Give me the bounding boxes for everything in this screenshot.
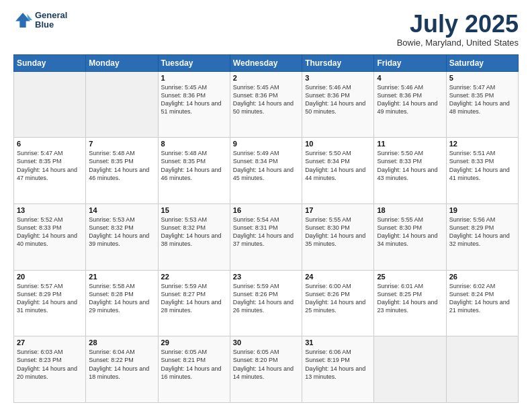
- day-info: Sunrise: 5:51 AMSunset: 8:33 PMDaylight:…: [449, 149, 515, 182]
- calendar-week-row: 1Sunrise: 5:45 AMSunset: 8:36 PMDaylight…: [14, 71, 519, 138]
- day-info: Sunrise: 5:59 AMSunset: 8:27 PMDaylight:…: [161, 282, 227, 315]
- calendar-week-row: 13Sunrise: 5:52 AMSunset: 8:33 PMDayligh…: [14, 203, 519, 270]
- day-number: 24: [305, 273, 371, 281]
- day-number: 9: [233, 140, 299, 148]
- day-info: Sunrise: 5:57 AMSunset: 8:29 PMDaylight:…: [17, 282, 83, 315]
- page: General Blue July 2025 Bowie, Maryland, …: [0, 0, 532, 411]
- day-number: 31: [305, 338, 371, 347]
- calendar-cell: 31Sunrise: 6:06 AMSunset: 8:19 PMDayligh…: [302, 336, 374, 403]
- calendar-cell: 11Sunrise: 5:50 AMSunset: 8:33 PMDayligh…: [374, 138, 446, 204]
- calendar-cell: 9Sunrise: 5:49 AMSunset: 8:34 PMDaylight…: [230, 138, 302, 204]
- calendar-cell: 22Sunrise: 5:59 AMSunset: 8:27 PMDayligh…: [158, 270, 230, 336]
- calendar-cell: 12Sunrise: 5:51 AMSunset: 8:33 PMDayligh…: [446, 138, 518, 204]
- calendar-cell: 20Sunrise: 5:57 AMSunset: 8:29 PMDayligh…: [14, 270, 86, 336]
- calendar-week-row: 20Sunrise: 5:57 AMSunset: 8:29 PMDayligh…: [14, 270, 519, 336]
- calendar-cell: 25Sunrise: 6:01 AMSunset: 8:25 PMDayligh…: [374, 270, 446, 336]
- weekday-header-friday: Friday: [374, 54, 446, 71]
- day-number: 15: [161, 206, 227, 214]
- day-number: 14: [89, 206, 154, 214]
- calendar-cell: 26Sunrise: 6:02 AMSunset: 8:24 PMDayligh…: [446, 270, 518, 336]
- calendar-cell: 10Sunrise: 5:50 AMSunset: 8:34 PMDayligh…: [302, 138, 374, 204]
- calendar-cell: 6Sunrise: 5:47 AMSunset: 8:35 PMDaylight…: [14, 138, 86, 204]
- day-info: Sunrise: 5:58 AMSunset: 8:28 PMDaylight:…: [89, 282, 154, 315]
- day-number: 16: [233, 206, 299, 214]
- day-number: 6: [17, 140, 83, 148]
- calendar-cell: 24Sunrise: 6:00 AMSunset: 8:26 PMDayligh…: [302, 270, 374, 336]
- calendar-cell: 4Sunrise: 5:46 AMSunset: 8:36 PMDaylight…: [374, 71, 446, 138]
- location: Bowie, Maryland, United States: [397, 38, 519, 48]
- logo-text: General Blue: [35, 11, 67, 30]
- calendar-cell: [446, 336, 518, 403]
- calendar-cell: 19Sunrise: 5:56 AMSunset: 8:29 PMDayligh…: [446, 203, 518, 270]
- calendar-cell: 14Sunrise: 5:53 AMSunset: 8:32 PMDayligh…: [86, 203, 158, 270]
- day-info: Sunrise: 5:55 AMSunset: 8:30 PMDaylight:…: [377, 216, 443, 248]
- day-info: Sunrise: 6:05 AMSunset: 8:21 PMDaylight:…: [161, 348, 227, 381]
- day-info: Sunrise: 5:59 AMSunset: 8:26 PMDaylight:…: [233, 282, 299, 315]
- title-block: July 2025 Bowie, Maryland, United States: [397, 11, 519, 48]
- calendar-cell: 8Sunrise: 5:48 AMSunset: 8:35 PMDaylight…: [158, 138, 230, 204]
- day-info: Sunrise: 5:45 AMSunset: 8:36 PMDaylight:…: [161, 83, 227, 116]
- calendar-cell: 21Sunrise: 5:58 AMSunset: 8:28 PMDayligh…: [86, 270, 158, 336]
- day-info: Sunrise: 5:46 AMSunset: 8:36 PMDaylight:…: [377, 83, 443, 116]
- day-info: Sunrise: 6:06 AMSunset: 8:19 PMDaylight:…: [305, 348, 371, 381]
- day-info: Sunrise: 5:45 AMSunset: 8:36 PMDaylight:…: [233, 83, 299, 116]
- calendar-week-row: 6Sunrise: 5:47 AMSunset: 8:35 PMDaylight…: [14, 138, 519, 204]
- day-number: 7: [89, 140, 154, 148]
- day-number: 4: [377, 74, 443, 82]
- calendar-cell: 15Sunrise: 5:53 AMSunset: 8:32 PMDayligh…: [158, 203, 230, 270]
- weekday-header-thursday: Thursday: [302, 54, 374, 71]
- day-number: 1: [161, 74, 227, 82]
- day-number: 13: [17, 206, 83, 214]
- logo-icon: [13, 11, 32, 30]
- weekday-header-saturday: Saturday: [446, 54, 518, 71]
- day-number: 22: [161, 273, 227, 281]
- day-info: Sunrise: 5:50 AMSunset: 8:33 PMDaylight:…: [377, 149, 443, 182]
- day-number: 19: [449, 206, 515, 214]
- day-info: Sunrise: 6:01 AMSunset: 8:25 PMDaylight:…: [377, 282, 443, 315]
- day-number: 25: [377, 273, 443, 281]
- calendar-cell: 18Sunrise: 5:55 AMSunset: 8:30 PMDayligh…: [374, 203, 446, 270]
- day-number: 8: [161, 140, 227, 148]
- weekday-header-monday: Monday: [86, 54, 158, 71]
- calendar-cell: 29Sunrise: 6:05 AMSunset: 8:21 PMDayligh…: [158, 336, 230, 403]
- calendar-cell: 30Sunrise: 6:05 AMSunset: 8:20 PMDayligh…: [230, 336, 302, 403]
- day-info: Sunrise: 5:53 AMSunset: 8:32 PMDaylight:…: [89, 216, 154, 248]
- day-info: Sunrise: 6:02 AMSunset: 8:24 PMDaylight:…: [449, 282, 515, 315]
- calendar-cell: 2Sunrise: 5:45 AMSunset: 8:36 PMDaylight…: [230, 71, 302, 138]
- calendar-cell: [14, 71, 86, 138]
- calendar-cell: 28Sunrise: 6:04 AMSunset: 8:22 PMDayligh…: [86, 336, 158, 403]
- weekday-header-wednesday: Wednesday: [230, 54, 302, 71]
- calendar-week-row: 27Sunrise: 6:03 AMSunset: 8:23 PMDayligh…: [14, 336, 519, 403]
- day-info: Sunrise: 6:05 AMSunset: 8:20 PMDaylight:…: [233, 348, 299, 381]
- logo: General Blue: [13, 11, 67, 30]
- calendar-header-row: SundayMondayTuesdayWednesdayThursdayFrid…: [14, 54, 519, 71]
- calendar-cell: 13Sunrise: 5:52 AMSunset: 8:33 PMDayligh…: [14, 203, 86, 270]
- day-info: Sunrise: 5:55 AMSunset: 8:30 PMDaylight:…: [305, 216, 371, 248]
- calendar-cell: 16Sunrise: 5:54 AMSunset: 8:31 PMDayligh…: [230, 203, 302, 270]
- day-info: Sunrise: 5:54 AMSunset: 8:31 PMDaylight:…: [233, 216, 299, 248]
- day-number: 17: [305, 206, 371, 214]
- calendar-cell: 5Sunrise: 5:47 AMSunset: 8:35 PMDaylight…: [446, 71, 518, 138]
- day-info: Sunrise: 6:00 AMSunset: 8:26 PMDaylight:…: [305, 282, 371, 315]
- day-info: Sunrise: 5:56 AMSunset: 8:29 PMDaylight:…: [449, 216, 515, 248]
- calendar-cell: 1Sunrise: 5:45 AMSunset: 8:36 PMDaylight…: [158, 71, 230, 138]
- calendar-cell: 23Sunrise: 5:59 AMSunset: 8:26 PMDayligh…: [230, 270, 302, 336]
- header: General Blue July 2025 Bowie, Maryland, …: [13, 11, 519, 48]
- day-info: Sunrise: 5:50 AMSunset: 8:34 PMDaylight:…: [305, 149, 371, 182]
- day-number: 5: [449, 74, 515, 82]
- weekday-header-tuesday: Tuesday: [158, 54, 230, 71]
- day-number: 2: [233, 74, 299, 82]
- day-info: Sunrise: 5:52 AMSunset: 8:33 PMDaylight:…: [17, 216, 83, 248]
- day-info: Sunrise: 6:03 AMSunset: 8:23 PMDaylight:…: [17, 348, 83, 381]
- weekday-header-sunday: Sunday: [14, 54, 86, 71]
- day-info: Sunrise: 5:49 AMSunset: 8:34 PMDaylight:…: [233, 149, 299, 182]
- day-info: Sunrise: 5:48 AMSunset: 8:35 PMDaylight:…: [89, 149, 154, 182]
- day-number: 23: [233, 273, 299, 281]
- calendar-cell: 7Sunrise: 5:48 AMSunset: 8:35 PMDaylight…: [86, 138, 158, 204]
- day-number: 20: [17, 273, 83, 281]
- day-info: Sunrise: 5:48 AMSunset: 8:35 PMDaylight:…: [161, 149, 227, 182]
- month-title: July 2025: [397, 11, 519, 38]
- calendar-cell: [374, 336, 446, 403]
- calendar-table: SundayMondayTuesdayWednesdayThursdayFrid…: [13, 54, 519, 403]
- day-info: Sunrise: 5:46 AMSunset: 8:36 PMDaylight:…: [305, 83, 371, 116]
